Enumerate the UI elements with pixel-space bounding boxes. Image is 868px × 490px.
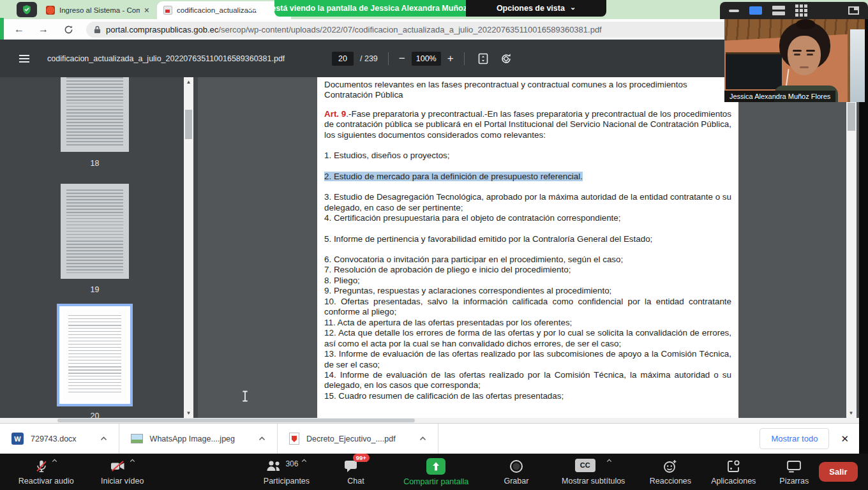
- document-item: 12. Acta que detalle los errores de form…: [324, 328, 731, 349]
- document-item: 7. Resolución de aprobación de pliego e …: [324, 265, 731, 275]
- muted-mic-icon: [34, 459, 49, 474]
- share-screen-button[interactable]: Compartir pantalla: [392, 458, 480, 486]
- reactions-button[interactable]: Reacciones: [643, 459, 698, 486]
- chevron-up-icon: [130, 459, 135, 463]
- view-options-button[interactable]: Opciones de vista ⌄: [466, 0, 606, 17]
- download-item-docx[interactable]: W 729743.docx: [0, 424, 119, 454]
- page-number-input[interactable]: 20: [332, 52, 354, 66]
- webcam-video[interactable]: Jessica Alexandra Muñoz Flores: [724, 19, 865, 102]
- captions-button[interactable]: CC Mostrar subtítulos: [553, 459, 634, 486]
- document-heading: Documentos relevantes en las fases preco…: [324, 80, 731, 101]
- screen: Ingreso al Sistema - Compras Púb × codif…: [0, 0, 868, 490]
- leave-meeting-button[interactable]: Salir: [819, 462, 858, 482]
- scrollbar-thumb[interactable]: [848, 103, 855, 131]
- chevron-up-icon[interactable]: [100, 436, 107, 441]
- chat-button[interactable]: 99+ Chat: [336, 459, 375, 486]
- chevron-up-icon: [606, 459, 612, 463]
- reload-icon[interactable]: [64, 25, 73, 34]
- apps-button[interactable]: Aplicaciones: [703, 459, 765, 486]
- fit-page-icon[interactable]: [475, 53, 491, 64]
- document-item: 5. Informe de pertinencia y favorabilida…: [324, 234, 731, 244]
- share-banner-text: Usted está viendo la pantalla de Jessica…: [247, 4, 493, 13]
- downloads-bar: W 729743.docx WhatsApp Image....jpeg Dec…: [0, 423, 859, 454]
- sidebar-scrollbar[interactable]: ▲ ▼: [184, 77, 193, 418]
- minimize-icon[interactable]: [729, 10, 739, 12]
- participants-count: 306: [285, 459, 298, 468]
- pdf-vertical-scrollbar[interactable]: ▼: [846, 77, 857, 418]
- thumbnail-page-19[interactable]: [61, 184, 129, 279]
- thumbnail-label: 19: [61, 285, 129, 294]
- document-item: 9. Preguntas, respuestas y aclaraciones …: [324, 286, 731, 296]
- pdf-filename: codificacion_actualizada_a_julio_2022076…: [47, 54, 285, 63]
- zoom-video-window-controls: [720, 2, 868, 19]
- url-path: /sercop/wp-content/uploads/2022/07/codif…: [218, 25, 601, 34]
- page-total: / 239: [360, 54, 378, 63]
- scroll-down-icon[interactable]: ▼: [846, 410, 856, 416]
- tab-close-icon[interactable]: ×: [144, 6, 149, 15]
- exit-fullscreen-icon[interactable]: [848, 6, 859, 15]
- zoom-in-button[interactable]: +: [447, 53, 454, 64]
- record-button[interactable]: Grabar: [494, 459, 538, 486]
- zoom-meeting-toolbar: Reactivar audio Iniciar vídeo 306 Partic…: [0, 454, 868, 490]
- speaker-view-icon[interactable]: [749, 6, 762, 15]
- gallery-view-icon[interactable]: [795, 4, 807, 17]
- document-item: 3. Estudio de Desagregación Tecnológica,…: [324, 192, 731, 213]
- document-items: 1. Estudios, diseños o proyectos; 2. Est…: [324, 151, 731, 401]
- tab-title: Ingreso al Sistema - Compras Púb: [59, 6, 140, 14]
- download-item-image[interactable]: WhatsApp Image....jpeg: [119, 424, 278, 454]
- pdf-page: Documentos relevantes en las fases preco…: [317, 77, 738, 418]
- pdf-horizontal-scrollbar[interactable]: [0, 418, 859, 423]
- cc-icon: CC: [575, 459, 595, 472]
- scroll-up-icon[interactable]: ▲: [184, 79, 193, 85]
- article-number: Art. 9: [324, 109, 346, 119]
- scrollbar-thumb[interactable]: [185, 110, 192, 139]
- whiteboard-icon: [786, 459, 802, 474]
- chevron-up-icon: [301, 459, 307, 463]
- zoom-security-shield-icon: [17, 2, 37, 17]
- record-icon: [509, 459, 524, 474]
- whiteboards-button[interactable]: Pizarras: [770, 459, 819, 486]
- participants-button[interactable]: 306 Participantes: [253, 459, 320, 486]
- article-9-paragraph: Art. 9.-Fase preparatoria y precontractu…: [324, 109, 731, 140]
- scrollbar-thumb[interactable]: [57, 419, 415, 422]
- start-video-button[interactable]: Iniciar vídeo: [87, 459, 158, 486]
- download-item-pdf[interactable]: Decreto_Ejecutivo_....pdf: [278, 424, 438, 454]
- stacked-view-icon[interactable]: [772, 6, 785, 15]
- document-item: 1. Estudios, diseños o proyectos;: [324, 151, 731, 161]
- rotate-icon[interactable]: [498, 53, 514, 64]
- tab-favicon-icon: [163, 6, 172, 15]
- url-input[interactable]: portal.compraspublicas.gob.ec/sercop/wp-…: [86, 22, 798, 38]
- video-off-icon: [110, 459, 126, 474]
- thumbnail-page-20-selected[interactable]: [57, 304, 133, 406]
- pdf-viewport: 18 19 20 ▲ ▼ Documentos relevantes en la…: [0, 77, 859, 418]
- document-item: 13. Informe de evaluación de las ofertas…: [324, 349, 731, 370]
- participant-name-label: Jessica Alexandra Muñoz Flores: [724, 91, 835, 102]
- document-item: 10. Ofertas presentadas, salvo la inform…: [324, 297, 731, 318]
- thumbnail-label: 18: [61, 159, 129, 168]
- word-file-icon: W: [11, 433, 24, 445]
- document-item: 14. Informe de evaluación de las ofertas…: [324, 370, 731, 391]
- lock-icon: [94, 26, 101, 34]
- back-icon[interactable]: ←: [14, 24, 24, 34]
- forward-icon[interactable]: →: [38, 24, 49, 34]
- show-all-downloads-button[interactable]: Mostrar todo: [760, 428, 829, 449]
- document-item: 8. Pliego;: [324, 276, 731, 286]
- document-item: 2. Estudio de mercado para la definición…: [324, 172, 731, 182]
- document-item: 11. Acta de apertura de las ofertas pres…: [324, 318, 731, 328]
- thumbnail-page-18[interactable]: [61, 77, 129, 152]
- zoom-out-button[interactable]: −: [399, 53, 405, 64]
- chevron-up-icon[interactable]: [258, 436, 266, 441]
- participants-icon: [266, 459, 282, 473]
- text-cursor: [241, 390, 249, 402]
- zoom-share-banner: Usted está viendo la pantalla de Jessica…: [274, 0, 466, 17]
- chevron-up-icon[interactable]: [419, 436, 426, 441]
- tab-favicon-icon: [46, 6, 55, 15]
- scroll-down-icon[interactable]: ▼: [184, 410, 193, 416]
- unmute-audio-button[interactable]: Reactivar audio: [5, 459, 87, 486]
- url-domain: portal.compraspublicas.gob.ec: [106, 25, 218, 34]
- apps-icon: [726, 459, 741, 474]
- browser-tab-ingreso[interactable]: Ingreso al Sistema - Compras Púb ×: [40, 1, 156, 19]
- close-downloads-icon[interactable]: ✕: [841, 433, 849, 445]
- menu-icon[interactable]: [19, 55, 29, 63]
- zoom-level[interactable]: 100%: [412, 52, 441, 66]
